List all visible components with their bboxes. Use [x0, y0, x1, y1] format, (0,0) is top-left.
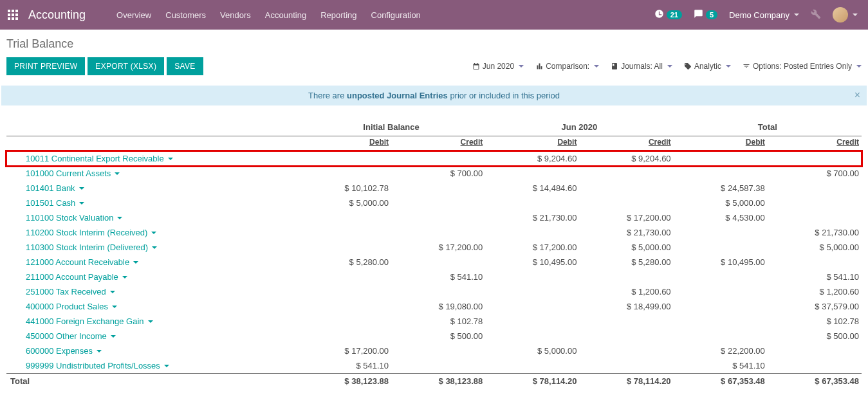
- cell-ib_c: [391, 225, 485, 240]
- col-t-credit: Credit: [768, 136, 862, 151]
- nav-overview[interactable]: Overview: [116, 10, 151, 20]
- cell-t_c: $ 37,579.00: [768, 299, 862, 314]
- cell-p_c: $ 21,730.00: [579, 225, 673, 240]
- page-title: Trial Balance: [6, 37, 862, 51]
- cell-p_c: [579, 166, 673, 181]
- chevron-down-icon: [853, 14, 858, 16]
- account-link[interactable]: 110200 Stock Interim (Received): [26, 228, 156, 237]
- account-link[interactable]: 101501 Cash: [26, 198, 84, 208]
- user-menu[interactable]: [833, 7, 858, 23]
- top-right: 21 5 Demo Company: [654, 7, 858, 23]
- cell-t_d: $ 5,000.00: [674, 196, 768, 210]
- nav-vendors[interactable]: Vendors: [220, 10, 251, 20]
- print-preview-button[interactable]: PRINT PREVIEW: [6, 57, 85, 75]
- filter-date[interactable]: Jun 2020: [472, 62, 524, 71]
- account-link[interactable]: 400000 Product Sales: [26, 302, 117, 311]
- company-switcher[interactable]: Demo Company: [729, 10, 799, 20]
- messages-button[interactable]: 5: [694, 9, 717, 21]
- nav-accounting[interactable]: Accounting: [265, 10, 306, 20]
- cell-ib_d: [297, 166, 391, 181]
- debug-icon[interactable]: [811, 9, 821, 21]
- nav-customers[interactable]: Customers: [165, 10, 206, 20]
- col-t-debit: Debit: [674, 136, 768, 151]
- save-button[interactable]: SAVE: [167, 57, 203, 75]
- account-link[interactable]: 121000 Account Receivable: [26, 257, 138, 267]
- cell-t_d: [674, 284, 768, 299]
- cell-t_c: [768, 151, 862, 167]
- trial-balance-table: Initial Balance Jun 2020 Total Debit Cre…: [6, 118, 862, 388]
- banner-text-post: prior or included in this period: [448, 91, 560, 100]
- cell-p_c: [579, 358, 673, 374]
- filter-comparison-label: Comparison:: [546, 62, 589, 71]
- cell-t_c: $ 700.00: [768, 166, 862, 181]
- avatar: [833, 7, 848, 23]
- nav-menu: Overview Customers Vendors Accounting Re…: [116, 10, 654, 20]
- cell-ib_c: [391, 358, 485, 374]
- table-row: 110200 Stock Interim (Received) $ 21,730…: [6, 225, 862, 240]
- nav-reporting[interactable]: Reporting: [320, 10, 356, 20]
- cell-t_c: [768, 210, 862, 225]
- cell-t_c: [768, 343, 862, 358]
- filter-icon: [743, 62, 750, 70]
- account-link[interactable]: 101401 Bank: [26, 183, 84, 193]
- chevron-down-icon: [79, 187, 84, 190]
- cell-p_c: [579, 181, 673, 196]
- account-link[interactable]: 101000 Current Assets: [26, 169, 120, 178]
- filter-journals[interactable]: Journals: All: [611, 62, 672, 71]
- cell-t_d: [674, 166, 768, 181]
- filter-options[interactable]: Options: Posted Entries Only: [743, 62, 862, 71]
- filter-comparison[interactable]: Comparison:: [535, 62, 599, 71]
- table-row: 400000 Product Sales $ 19,080.00$ 18,499…: [6, 299, 862, 314]
- cell-t_d: [674, 270, 768, 284]
- cell-ib_d: [297, 329, 391, 343]
- cell-t_d: $ 10,495.00: [674, 255, 768, 270]
- account-link[interactable]: 110100 Stock Valuation: [26, 213, 122, 223]
- cell-p_c: [579, 270, 673, 284]
- cell-t_c: [768, 358, 862, 374]
- account-link[interactable]: 211000 Account Payable: [26, 272, 127, 282]
- content-header: Trial Balance PRINT PREVIEW EXPORT (XLSX…: [0, 30, 868, 82]
- cell-p_c: $ 5,000.00: [579, 240, 673, 255]
- export-xlsx-button[interactable]: EXPORT (XLSX): [88, 57, 164, 75]
- cell-t_c: $ 500.00: [768, 329, 862, 343]
- chevron-down-icon: [667, 65, 672, 68]
- cell-p_d: [485, 284, 579, 299]
- cell-p_c: [579, 314, 673, 329]
- cell-p_c: $ 17,200.00: [579, 210, 673, 225]
- info-banner: There are unposted Journal Entries prior…: [1, 86, 867, 105]
- account-link[interactable]: 110300 Stock Interim (Delivered): [26, 242, 157, 252]
- cell-p_c: [579, 343, 673, 358]
- chevron-down-icon: [148, 320, 153, 323]
- filter-analytic[interactable]: Analytic: [684, 62, 731, 71]
- cell-p_d: $ 9,204.60: [485, 151, 579, 167]
- chevron-down-icon: [97, 350, 102, 352]
- cell-t_c: $ 541.10: [768, 270, 862, 284]
- cell-t_d: [674, 240, 768, 255]
- chevron-down-icon: [794, 14, 799, 16]
- table-row: 101000 Current Assets $ 700.00$ 700.00: [6, 166, 862, 181]
- chevron-down-icon: [133, 261, 138, 264]
- close-icon[interactable]: ×: [854, 89, 860, 101]
- table-row: 101501 Cash $ 5,000.00$ 5,000.00: [6, 196, 862, 210]
- chevron-down-icon: [110, 291, 115, 293]
- chevron-down-icon: [122, 276, 127, 279]
- table-row: 600000 Expenses $ 17,200.00$ 5,000.00$ 2…: [6, 343, 862, 358]
- nav-configuration[interactable]: Configuration: [371, 10, 421, 20]
- activities-badge: 21: [667, 10, 682, 19]
- account-link[interactable]: 251000 Tax Received: [26, 287, 115, 297]
- banner-text-pre: There are: [308, 91, 347, 100]
- account-link[interactable]: 441000 Foreign Exchange Gain: [26, 316, 153, 326]
- account-link[interactable]: 600000 Expenses: [26, 346, 102, 356]
- cell-p_d: [485, 314, 579, 329]
- app-name[interactable]: Accounting: [28, 8, 86, 22]
- table-row: 450000 Other Income $ 500.00$ 500.00: [6, 329, 862, 343]
- cell-ib_c: [391, 210, 485, 225]
- account-link[interactable]: 999999 Undistributed Profits/Losses: [26, 361, 169, 370]
- account-link[interactable]: 10011 Continental Export Receivable: [26, 154, 173, 163]
- activities-button[interactable]: 21: [654, 9, 682, 21]
- apps-icon[interactable]: [8, 10, 18, 20]
- account-link[interactable]: 450000 Other Income: [26, 331, 116, 341]
- total-row: Total $ 38,123.88 $ 38,123.88 $ 78,114.2…: [6, 374, 862, 389]
- clock-icon: [654, 9, 664, 21]
- table-row: 110300 Stock Interim (Delivered) $ 17,20…: [6, 240, 862, 255]
